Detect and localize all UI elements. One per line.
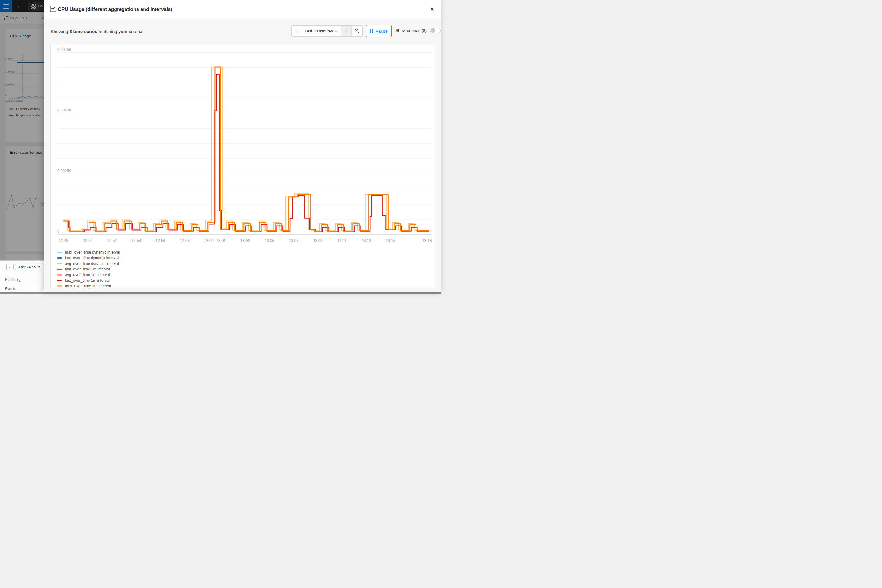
range-dropdown[interactable]: Last 30 minutes [301, 26, 341, 36]
main-chart-plot[interactable]: 00.002500.005000.0075012:4812:5012:5212:… [51, 44, 436, 246]
svg-text:12:48: 12:48 [59, 238, 68, 243]
chevron-down-icon [335, 29, 338, 32]
legend-item[interactable]: avg_over_time 1m interval [57, 272, 120, 278]
question-circle-icon[interactable]: ? [18, 278, 21, 282]
legend-label: max_over_time dynamic interval [65, 250, 120, 255]
legend-item[interactable]: min_over_time 1m interval [57, 266, 120, 272]
showing-summary: Showing 8 time series matching your crit… [51, 29, 142, 34]
svg-text:0.00250: 0.00250 [57, 169, 71, 173]
backdrop-bottom-strip [0, 292, 441, 294]
main-chart-card: 00.002500.005000.0075012:4812:5012:5212:… [50, 44, 435, 288]
legend-item[interactable]: max_over_time 1m interval [57, 283, 120, 289]
zoom-out-button[interactable] [351, 26, 362, 36]
hamburger-icon [3, 4, 9, 4]
health-row: Health ? [5, 278, 21, 282]
svg-text:0.00500: 0.00500 [57, 108, 71, 112]
app-pill-label: Co [38, 4, 42, 8]
legend-swatch [57, 257, 62, 259]
legend-swatch [57, 263, 62, 264]
back-arrow-icon[interactable]: ← [16, 3, 24, 10]
app-grid-icon [31, 4, 36, 9]
legend-swatch [57, 274, 62, 276]
svg-text:13:13: 13:13 [362, 238, 371, 243]
legend-swatch [57, 268, 62, 270]
pause-button[interactable]: Pause [366, 25, 392, 37]
svg-text:13:00: 13:00 [204, 238, 213, 243]
svg-text:13:07: 13:07 [289, 238, 298, 243]
chart-legend: max_over_time dynamic intervallast_over_… [57, 250, 120, 289]
hamburger-menu-button[interactable] [0, 0, 12, 12]
svg-text:13:05: 13:05 [265, 238, 274, 243]
svg-text:12:54: 12:54 [131, 238, 141, 243]
legend-swatch [57, 280, 62, 281]
show-queries-label: Show queries (8) [395, 28, 427, 33]
close-icon[interactable]: ✕ [429, 6, 435, 12]
svg-text:13:09: 13:09 [313, 238, 322, 243]
svg-text:13:03: 13:03 [240, 238, 250, 243]
legend-item[interactable]: avg_over_time dynamic interval [57, 261, 120, 266]
svg-text:12:50: 12:50 [83, 238, 93, 243]
pause-icon [370, 29, 373, 33]
legend-swatch [57, 252, 62, 253]
modal-title: CPU Usage (different aggregations and in… [58, 7, 172, 12]
events-row: Events [5, 286, 16, 291]
legend-item[interactable]: last_over_time dynamic interval [57, 255, 120, 261]
legend-label: last_over_time 1m interval [65, 278, 110, 283]
modal-backdrop[interactable] [0, 12, 44, 260]
show-queries-toggle[interactable] [430, 28, 441, 33]
legend-label: avg_over_time 1m interval [65, 273, 110, 277]
svg-text:0.00750: 0.00750 [57, 48, 71, 52]
modal-header: CPU Usage (different aggregations and in… [44, 0, 441, 19]
health-legend-line [38, 280, 44, 282]
events-legend-dash [38, 290, 44, 290]
svg-text:13:18: 13:18 [422, 238, 432, 243]
footer-range-button[interactable]: Last 24 hours [15, 264, 44, 270]
legend-swatch [57, 285, 62, 286]
svg-text:12:52: 12:52 [107, 238, 117, 243]
line-chart-icon [50, 6, 56, 12]
time-range-control-group: ‹ Last 30 minutes › [291, 26, 363, 37]
svg-text:13:15: 13:15 [386, 238, 395, 243]
svg-text:13:11: 13:11 [338, 238, 346, 243]
modal-body: Showing 8 time series matching your crit… [44, 19, 441, 292]
chart-modal: CPU Usage (different aggregations and in… [44, 0, 441, 292]
footer-prev-button[interactable]: ‹ [6, 264, 14, 270]
legend-item[interactable]: max_over_time dynamic interval [57, 250, 120, 255]
svg-text:0: 0 [57, 230, 59, 234]
legend-label: avg_over_time dynamic interval [65, 261, 119, 266]
svg-text:13:01: 13:01 [216, 238, 226, 243]
svg-text:12:56: 12:56 [156, 238, 165, 243]
zoom-out-icon [354, 28, 360, 34]
range-next-button-disabled[interactable]: › [341, 26, 351, 36]
legend-label: last_over_time dynamic interval [65, 256, 118, 260]
legend-item[interactable]: last_over_time 1m interval [57, 278, 120, 283]
legend-label: min_over_time 1m interval [65, 267, 110, 272]
range-prev-button[interactable]: ‹ [291, 26, 301, 36]
svg-text:12:58: 12:58 [180, 238, 189, 243]
legend-label: max_over_time 1m interval [65, 284, 111, 288]
toggle-knob [430, 28, 435, 33]
